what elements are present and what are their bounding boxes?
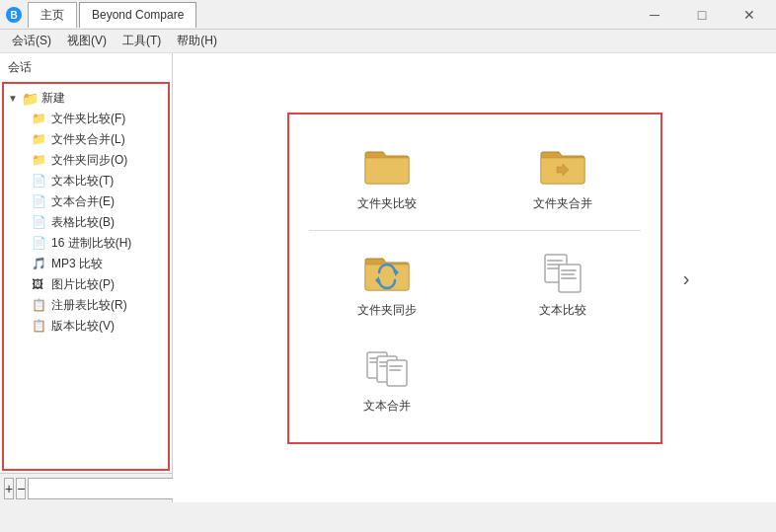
search-input[interactable] bbox=[28, 478, 186, 499]
main-area: 会话 ▼ 📁 新建 📁 文件夹比较(F) 📁 文件夹合并(L) 📁 bbox=[0, 53, 776, 502]
mp3-compare-icon: 🎵 bbox=[32, 257, 47, 272]
svg-rect-12 bbox=[561, 277, 577, 279]
registry-compare-icon: 📋 bbox=[32, 298, 47, 314]
add-session-button[interactable]: + bbox=[4, 478, 14, 499]
close-icon: ✕ bbox=[743, 7, 755, 23]
action-folder-compare[interactable]: 文件夹比较 bbox=[346, 134, 428, 220]
sidebar-item-registry-compare-label: 注册表比较(R) bbox=[51, 297, 127, 314]
sidebar-item-folder-compare-label: 文件夹比较(F) bbox=[51, 111, 125, 127]
sidebar-item-text-merge-label: 文本合并(E) bbox=[51, 193, 115, 210]
home-tab[interactable]: 主页 bbox=[28, 2, 77, 28]
minimize-icon: ─ bbox=[650, 7, 660, 23]
sidebar-item-table-compare-label: 表格比较(B) bbox=[51, 214, 115, 231]
tree-group-new: ▼ 📁 新建 📁 文件夹比较(F) 📁 文件夹合并(L) 📁 文件夹同步(O) bbox=[4, 86, 168, 339]
version-compare-icon: 📋 bbox=[32, 319, 47, 335]
menu-help[interactable]: 帮助(H) bbox=[169, 31, 225, 51]
sidebar-item-version-compare[interactable]: 📋 版本比较(V) bbox=[4, 316, 168, 337]
folder-compare-icon: 📁 bbox=[32, 112, 47, 127]
menu-tools[interactable]: 工具(T) bbox=[115, 31, 169, 51]
svg-rect-10 bbox=[561, 269, 577, 271]
text-merge-icon: 📄 bbox=[32, 194, 47, 210]
chevron-right-icon: › bbox=[683, 266, 690, 288]
tree-group-new-header[interactable]: ▼ 📁 新建 bbox=[4, 88, 168, 109]
sidebar-item-text-merge[interactable]: 📄 文本合并(E) bbox=[4, 191, 168, 212]
close-button[interactable]: ✕ bbox=[727, 0, 772, 30]
sidebar-header-label: 会话 bbox=[8, 60, 32, 74]
sidebar-item-registry-compare[interactable]: 📋 注册表比较(R) bbox=[4, 295, 168, 316]
titlebar: B 主页 Beyond Compare ─ □ ✕ bbox=[0, 0, 776, 30]
remove-icon: − bbox=[17, 481, 25, 496]
action-text-compare-label: 文本比较 bbox=[539, 302, 586, 319]
image-compare-icon: 🖼 bbox=[32, 277, 47, 293]
menu-view-label: 视图(V) bbox=[67, 34, 107, 47]
content-area: 文件夹比较 文件夹合并 bbox=[173, 53, 776, 502]
menu-tools-label: 工具(T) bbox=[122, 34, 161, 47]
tree-group-folder-icon: 📁 bbox=[22, 91, 38, 107]
home-tab-label: 主页 bbox=[40, 7, 64, 24]
action-text-compare[interactable]: 文本比较 bbox=[527, 241, 598, 327]
menubar: 会话(S) 视图(V) 工具(T) 帮助(H) bbox=[0, 30, 776, 53]
sidebar-item-text-compare-label: 文本比较(T) bbox=[51, 173, 114, 190]
sidebar-header: 会话 bbox=[0, 53, 172, 80]
action-folder-sync-label: 文件夹同步 bbox=[357, 302, 417, 319]
svg-rect-20 bbox=[389, 365, 403, 367]
sidebar-item-text-compare[interactable]: 📄 文本比较(T) bbox=[4, 171, 168, 191]
sidebar-item-folder-merge[interactable]: 📁 文件夹合并(L) bbox=[4, 129, 168, 150]
sidebar-item-folder-sync[interactable]: 📁 文件夹同步(O) bbox=[4, 150, 168, 171]
svg-rect-19 bbox=[387, 360, 407, 386]
folder-sync-icon: 📁 bbox=[32, 153, 47, 169]
sidebar-item-table-compare[interactable]: 📄 表格比较(B) bbox=[4, 212, 168, 233]
action-folder-compare-label: 文件夹比较 bbox=[357, 195, 417, 212]
remove-session-button[interactable]: − bbox=[16, 478, 26, 499]
beyond-compare-tab[interactable]: Beyond Compare bbox=[79, 2, 196, 28]
nav-next-arrow[interactable]: › bbox=[683, 266, 690, 289]
svg-text:B: B bbox=[10, 10, 17, 21]
sidebar-item-hex-compare-label: 16 进制比较(H) bbox=[51, 235, 131, 252]
minimize-button[interactable]: ─ bbox=[632, 0, 677, 30]
svg-rect-6 bbox=[547, 260, 563, 262]
sidebar-item-folder-compare[interactable]: 📁 文件夹比较(F) bbox=[4, 109, 168, 129]
add-icon: + bbox=[5, 481, 13, 496]
svg-rect-21 bbox=[389, 369, 401, 371]
folder-merge-icon: 📁 bbox=[32, 132, 47, 148]
bottombar: + − bbox=[0, 473, 172, 502]
sidebar-item-version-compare-label: 版本比较(V) bbox=[51, 318, 115, 335]
beyond-compare-tab-label: Beyond Compare bbox=[92, 8, 184, 22]
menu-session[interactable]: 会话(S) bbox=[4, 31, 59, 51]
menu-session-label: 会话(S) bbox=[12, 34, 51, 47]
folder-compare-action-icon bbox=[363, 142, 411, 190]
maximize-button[interactable]: □ bbox=[679, 0, 725, 30]
sidebar-item-image-compare-label: 图片比较(P) bbox=[51, 276, 115, 293]
row-divider bbox=[309, 230, 641, 231]
menu-view[interactable]: 视图(V) bbox=[59, 31, 115, 51]
tree-toggle-icon: ▼ bbox=[8, 93, 22, 104]
folder-merge-action-icon bbox=[539, 142, 586, 190]
actions-panel: 文件夹比较 文件夹合并 bbox=[287, 113, 662, 444]
svg-rect-11 bbox=[561, 273, 575, 275]
window-controls: ─ □ ✕ bbox=[632, 0, 772, 30]
text-compare-icon: 📄 bbox=[32, 174, 47, 190]
table-compare-icon: 📄 bbox=[32, 215, 47, 231]
action-folder-merge-label: 文件夹合并 bbox=[533, 195, 592, 212]
text-merge-action-icon bbox=[363, 344, 411, 392]
text-compare-action-icon bbox=[539, 249, 586, 296]
menu-help-label: 帮助(H) bbox=[177, 34, 217, 47]
action-folder-merge[interactable]: 文件夹合并 bbox=[521, 134, 604, 220]
sidebar: 会话 ▼ 📁 新建 📁 文件夹比较(F) 📁 文件夹合并(L) 📁 bbox=[0, 53, 173, 502]
sidebar-item-image-compare[interactable]: 🖼 图片比较(P) bbox=[4, 274, 168, 295]
action-folder-sync[interactable]: 文件夹同步 bbox=[346, 241, 428, 327]
tree-group-label: 新建 bbox=[41, 90, 65, 107]
app-icon: B bbox=[4, 5, 24, 25]
hex-compare-icon: 📄 bbox=[32, 236, 47, 252]
folder-sync-action-icon bbox=[363, 249, 411, 296]
sidebar-tree: ▼ 📁 新建 📁 文件夹比较(F) 📁 文件夹合并(L) 📁 文件夹同步(O) bbox=[2, 82, 170, 471]
action-text-merge[interactable]: 文本合并 bbox=[351, 337, 423, 422]
sidebar-item-folder-sync-label: 文件夹同步(O) bbox=[51, 152, 127, 169]
action-text-merge-label: 文本合并 bbox=[363, 398, 411, 415]
sidebar-item-mp3-compare-label: MP3 比较 bbox=[51, 256, 103, 272]
sidebar-item-folder-merge-label: 文件夹合并(L) bbox=[51, 131, 125, 148]
sidebar-item-hex-compare[interactable]: 📄 16 进制比较(H) bbox=[4, 233, 168, 254]
sidebar-item-mp3-compare[interactable]: 🎵 MP3 比较 bbox=[4, 254, 168, 274]
maximize-icon: □ bbox=[698, 7, 706, 23]
